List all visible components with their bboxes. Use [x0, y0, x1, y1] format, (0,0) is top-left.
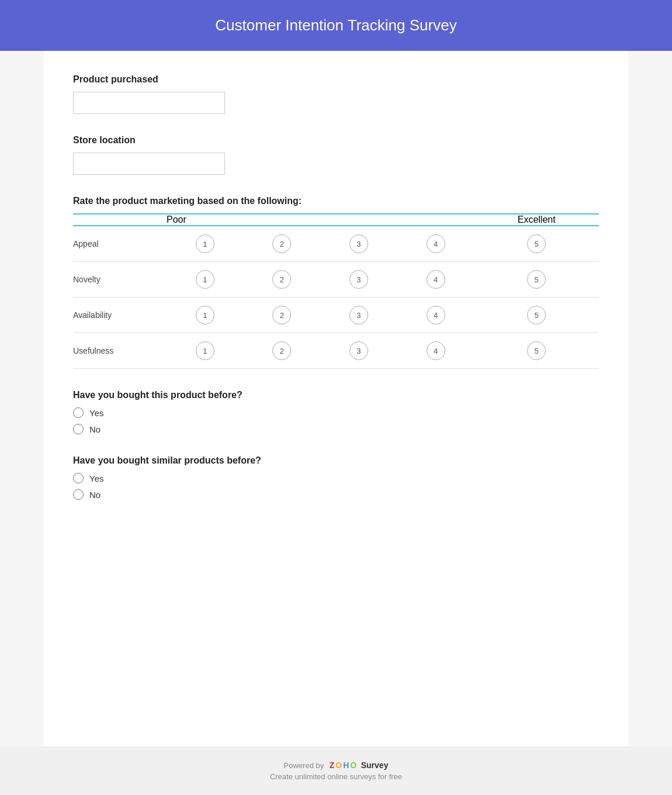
- bought-before-options: Yes No: [73, 407, 599, 434]
- product-purchased-label: Product purchased: [73, 74, 599, 85]
- bought-similar-no-label: No: [89, 490, 101, 500]
- bought-before-no-radio[interactable]: [73, 424, 84, 434]
- bought-before-label: Have you bought this product before?: [73, 390, 599, 400]
- rating-row: Novelty12345: [73, 262, 599, 298]
- rating-section-label: Rate the product marketing based on the …: [73, 196, 599, 206]
- rating-circle[interactable]: 5: [527, 270, 546, 289]
- rating-circle[interactable]: 4: [427, 270, 445, 289]
- bought-similar-options: Yes No: [73, 473, 599, 500]
- rating-circle[interactable]: 1: [196, 341, 214, 360]
- footer-powered-line: Powered by ZOHO Survey: [12, 761, 660, 770]
- rating-section: Rate the product marketing based on the …: [73, 196, 599, 369]
- store-location-label: Store location: [73, 135, 599, 146]
- rating-table: Poor Excellent Appeal12345Novelty12345Av…: [73, 213, 599, 369]
- survey-header: Customer Intention Tracking Survey: [0, 0, 672, 51]
- bought-before-yes-radio[interactable]: [73, 407, 84, 418]
- footer-tagline: Create unlimited online surveys for free: [12, 772, 660, 781]
- product-purchased-section: Product purchased: [73, 74, 599, 114]
- zoho-z: Z: [330, 761, 335, 770]
- zoho-o1: O: [335, 761, 342, 770]
- rating-circle[interactable]: 3: [349, 341, 368, 360]
- rating-circle[interactable]: 1: [196, 306, 214, 324]
- bought-similar-yes-label: Yes: [89, 473, 103, 483]
- rating-circle[interactable]: 2: [272, 270, 291, 289]
- rating-circle[interactable]: 3: [349, 234, 368, 253]
- rating-circle[interactable]: 1: [196, 270, 214, 289]
- rating-circle[interactable]: 5: [527, 306, 546, 324]
- rating-circle[interactable]: 4: [427, 341, 445, 360]
- rating-row: Appeal12345: [73, 226, 599, 262]
- zoho-h: H: [343, 761, 349, 770]
- bought-before-section: Have you bought this product before? Yes…: [73, 390, 599, 434]
- footer: Powered by ZOHO Survey Create unlimited …: [0, 746, 672, 795]
- bought-similar-yes[interactable]: Yes: [73, 473, 599, 483]
- rating-row: Usefulness12345: [73, 333, 599, 369]
- zoho-o2: O: [350, 761, 356, 770]
- rating-row-label: Availability: [73, 298, 167, 333]
- bought-similar-section: Have you bought similar products before?…: [73, 455, 599, 500]
- bought-similar-label: Have you bought similar products before?: [73, 455, 599, 466]
- rating-circle[interactable]: 3: [349, 270, 368, 289]
- zoho-logo: ZOHO: [326, 761, 356, 770]
- bought-before-yes[interactable]: Yes: [73, 407, 599, 418]
- survey-text: Survey: [359, 761, 389, 770]
- bought-similar-no-radio[interactable]: [73, 489, 84, 500]
- rating-circle[interactable]: 2: [272, 306, 291, 324]
- rating-row-label: Appeal: [73, 226, 167, 262]
- rating-row-label: Usefulness: [73, 333, 167, 369]
- col-poor-label: Poor: [167, 214, 244, 226]
- col-excellent-label: Excellent: [474, 214, 599, 226]
- rating-circle[interactable]: 2: [272, 341, 291, 360]
- rating-circle[interactable]: 4: [427, 234, 445, 253]
- bought-before-no-label: No: [89, 424, 101, 434]
- store-location-input[interactable]: [73, 153, 225, 175]
- store-location-section: Store location: [73, 135, 599, 175]
- rating-circle[interactable]: 3: [349, 306, 368, 324]
- rating-row-label: Novelty: [73, 262, 167, 298]
- bought-similar-no[interactable]: No: [73, 489, 599, 500]
- powered-by-text: Powered by: [284, 761, 324, 770]
- rating-header-row: Poor Excellent: [73, 214, 599, 226]
- product-purchased-input[interactable]: [73, 92, 225, 114]
- rating-circle[interactable]: 4: [427, 306, 445, 324]
- bought-before-yes-label: Yes: [89, 408, 103, 418]
- rating-table-wrapper: Poor Excellent Appeal12345Novelty12345Av…: [73, 213, 599, 369]
- rating-circle[interactable]: 5: [527, 234, 546, 253]
- rating-circle[interactable]: 1: [196, 234, 214, 253]
- rating-row: Availability12345: [73, 298, 599, 333]
- rating-circle[interactable]: 5: [527, 341, 546, 360]
- bought-similar-yes-radio[interactable]: [73, 473, 84, 483]
- main-content: Product purchased Store location Rate th…: [44, 51, 628, 746]
- survey-title: Customer Intention Tracking Survey: [12, 16, 660, 34]
- rating-circle[interactable]: 2: [272, 234, 291, 253]
- bought-before-no[interactable]: No: [73, 424, 599, 434]
